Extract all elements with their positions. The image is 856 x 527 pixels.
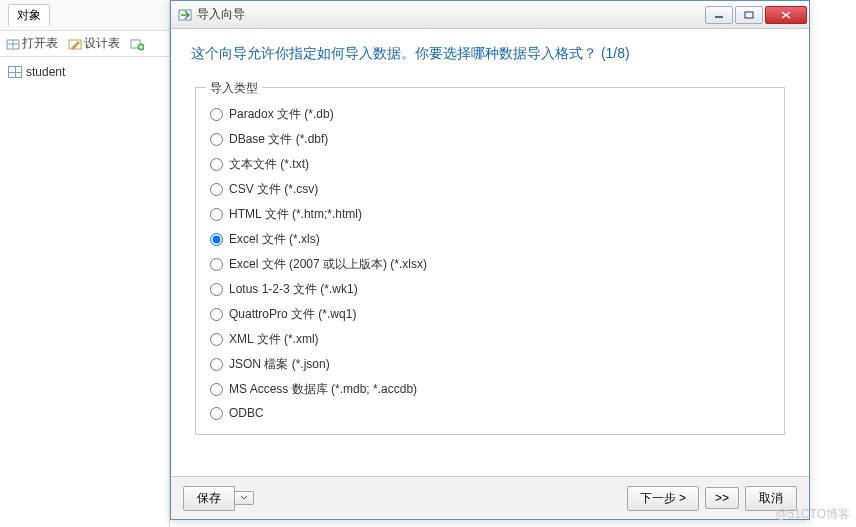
import-type-radio[interactable] — [210, 133, 223, 146]
maximize-icon — [744, 11, 754, 19]
import-type-radio[interactable] — [210, 158, 223, 171]
list-item[interactable]: student — [8, 63, 161, 81]
dialog-titlebar: 导入向导 — [171, 1, 809, 29]
import-type-option[interactable]: JSON 檔案 (*.json) — [210, 352, 770, 377]
sidebar-tab[interactable]: 对象 — [0, 0, 169, 31]
import-type-radio[interactable] — [210, 333, 223, 346]
next-button[interactable]: 下一步 > — [627, 486, 699, 511]
svg-rect-11 — [745, 12, 753, 18]
import-type-option[interactable]: Paradox 文件 (*.db) — [210, 102, 770, 127]
close-button[interactable] — [765, 6, 807, 24]
import-type-option[interactable]: Excel 文件 (2007 或以上版本) (*.xlsx) — [210, 252, 770, 277]
import-type-radio[interactable] — [210, 383, 223, 396]
import-type-option[interactable]: 文本文件 (*.txt) — [210, 152, 770, 177]
open-table-button[interactable]: 打开表 — [6, 35, 58, 52]
import-type-radio[interactable] — [210, 358, 223, 371]
minimize-icon — [714, 11, 724, 19]
import-type-radio[interactable] — [210, 283, 223, 296]
import-type-radio[interactable] — [210, 407, 223, 420]
close-icon — [780, 10, 792, 20]
import-type-label: Paradox 文件 (*.db) — [229, 106, 334, 123]
open-table-label: 打开表 — [22, 35, 58, 52]
sidebar-tab-label: 对象 — [8, 4, 50, 26]
dialog-title: 导入向导 — [197, 6, 703, 23]
list-item-label: student — [26, 65, 65, 79]
design-table-icon — [68, 37, 82, 51]
maximize-button[interactable] — [735, 6, 763, 24]
add-icon — [130, 37, 144, 51]
jump-button[interactable]: >> — [705, 487, 739, 509]
save-split-button: 保存 — [183, 486, 254, 511]
import-type-option[interactable]: ODBC — [210, 402, 770, 424]
add-table-button[interactable] — [130, 37, 144, 51]
import-type-label: DBase 文件 (*.dbf) — [229, 131, 328, 148]
import-type-radio[interactable] — [210, 183, 223, 196]
watermark: @51CTO博客 — [775, 506, 850, 523]
wizard-icon — [177, 7, 193, 23]
import-type-option[interactable]: HTML 文件 (*.htm;*.html) — [210, 202, 770, 227]
import-type-option[interactable]: Excel 文件 (*.xls) — [210, 227, 770, 252]
table-icon — [8, 66, 22, 78]
import-type-label: QuattroPro 文件 (*.wq1) — [229, 306, 356, 323]
import-type-label: 文本文件 (*.txt) — [229, 156, 309, 173]
dialog-body: 这个向导允许你指定如何导入数据。你要选择哪种数据导入格式？ (1/8) 导入类型… — [171, 29, 809, 477]
object-sidebar: 对象 打开表 设计表 student — [0, 0, 170, 527]
open-table-icon — [6, 37, 20, 51]
import-type-label: Excel 文件 (2007 或以上版本) (*.xlsx) — [229, 256, 427, 273]
import-type-label: XML 文件 (*.xml) — [229, 331, 319, 348]
import-type-option[interactable]: DBase 文件 (*.dbf) — [210, 127, 770, 152]
import-type-radio[interactable] — [210, 258, 223, 271]
dialog-footer: 保存 下一步 > >> 取消 — [171, 477, 809, 519]
import-type-option[interactable]: QuattroPro 文件 (*.wq1) — [210, 302, 770, 327]
import-type-option[interactable]: CSV 文件 (*.csv) — [210, 177, 770, 202]
import-type-label: HTML 文件 (*.htm;*.html) — [229, 206, 362, 223]
design-table-label: 设计表 — [84, 35, 120, 52]
sidebar-toolbar: 打开表 设计表 — [0, 31, 169, 57]
import-type-label: Excel 文件 (*.xls) — [229, 231, 320, 248]
table-list: student — [0, 57, 169, 87]
import-type-label: JSON 檔案 (*.json) — [229, 356, 330, 373]
import-wizard-dialog: 导入向导 这个向导允许你指定如何导入数据。你要选择哪种数据导入格式？ (1/8)… — [170, 0, 810, 520]
import-type-option[interactable]: MS Access 数据库 (*.mdb; *.accdb) — [210, 377, 770, 402]
import-type-label: CSV 文件 (*.csv) — [229, 181, 318, 198]
import-type-option[interactable]: XML 文件 (*.xml) — [210, 327, 770, 352]
import-type-option[interactable]: Lotus 1-2-3 文件 (*.wk1) — [210, 277, 770, 302]
import-type-label: ODBC — [229, 406, 264, 420]
design-table-button[interactable]: 设计表 — [68, 35, 120, 52]
import-type-radio[interactable] — [210, 208, 223, 221]
wizard-heading: 这个向导允许你指定如何导入数据。你要选择哪种数据导入格式？ (1/8) — [171, 29, 809, 73]
save-button[interactable]: 保存 — [183, 486, 235, 511]
import-type-group: 导入类型 Paradox 文件 (*.db)DBase 文件 (*.dbf)文本… — [195, 87, 785, 435]
import-type-radio[interactable] — [210, 308, 223, 321]
minimize-button[interactable] — [705, 6, 733, 24]
chevron-down-icon — [240, 495, 248, 501]
import-type-radio[interactable] — [210, 233, 223, 246]
group-label: 导入类型 — [206, 80, 262, 97]
save-dropdown[interactable] — [235, 491, 254, 505]
import-type-label: MS Access 数据库 (*.mdb; *.accdb) — [229, 381, 417, 398]
import-type-label: Lotus 1-2-3 文件 (*.wk1) — [229, 281, 358, 298]
import-type-radio[interactable] — [210, 108, 223, 121]
